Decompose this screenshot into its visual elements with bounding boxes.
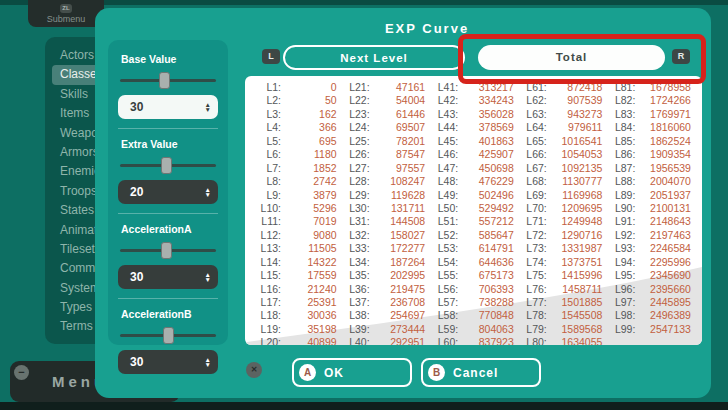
level-value: 2004070 — [635, 175, 694, 188]
tab-next-level[interactable]: Next Level — [283, 45, 465, 70]
accelerationb-value: 30 — [130, 355, 205, 369]
spinner-arrows-icon[interactable]: ▲▼ — [205, 187, 211, 198]
level-label: L80: — [517, 336, 547, 345]
level-label: L5: — [251, 135, 281, 148]
level-value: 1909354 — [635, 148, 694, 161]
slider-handle[interactable] — [161, 242, 172, 259]
level-value: 1130777 — [547, 175, 606, 188]
level-label: L59: — [428, 323, 458, 336]
level-label: L82: — [605, 94, 635, 107]
slider-handle[interactable] — [163, 327, 174, 344]
level-label: L56: — [428, 283, 458, 296]
level-label: L77: — [517, 296, 547, 309]
level-value: 334243 — [458, 94, 517, 107]
level-value: 292951 — [370, 336, 429, 345]
extra-value-value: 20 — [130, 185, 205, 199]
spinner-arrows-icon[interactable]: ▲▼ — [205, 357, 211, 368]
level-label: L54: — [428, 256, 458, 269]
accelerationb-slider[interactable] — [120, 328, 216, 343]
level-value: 1054053 — [547, 148, 606, 161]
x-button[interactable]: ✕ — [246, 362, 262, 378]
level-label: L50: — [428, 202, 458, 215]
level-value: 254697 — [370, 309, 429, 322]
level-label: L46: — [428, 148, 458, 161]
level-value: 872418 — [547, 81, 606, 94]
shoulder-r-button[interactable]: R — [672, 49, 690, 64]
level-label: L35: — [340, 269, 370, 282]
level-label: L25: — [340, 135, 370, 148]
level-value: 35198 — [281, 323, 340, 336]
top-strip — [0, 0, 728, 5]
level-value: 1016541 — [547, 135, 606, 148]
level-value: 356028 — [458, 108, 517, 121]
shoulder-l-button[interactable]: L — [262, 49, 280, 64]
accelerationa-spinner[interactable]: 30▲▼ — [118, 265, 218, 289]
level-value: 47161 — [370, 81, 429, 94]
level-label: L70: — [517, 202, 547, 215]
level-value: 1852 — [281, 162, 340, 175]
slider-handle[interactable] — [159, 72, 170, 89]
accelerationb-spinner[interactable]: 30▲▼ — [118, 350, 218, 374]
level-value: 119628 — [370, 189, 429, 202]
level-label: L10: — [251, 202, 281, 215]
level-value: 78201 — [370, 135, 429, 148]
level-value: 2345690 — [635, 269, 694, 282]
level-label: L1: — [251, 81, 281, 94]
dialog-title: EXP Curve — [143, 21, 711, 36]
level-label: L57: — [428, 296, 458, 309]
level-label: L42: — [428, 94, 458, 107]
exp-curve-dialog: EXP Curve L Next Level Total R Base Valu… — [95, 8, 711, 398]
level-label: L13: — [251, 242, 281, 255]
level-value: 2547133 — [635, 323, 694, 336]
level-value: 1290716 — [547, 229, 606, 242]
level-value: 1209695 — [547, 202, 606, 215]
level-label: L74: — [517, 256, 547, 269]
level-value: 378569 — [458, 121, 517, 134]
level-label: L95: — [605, 269, 635, 282]
slider-handle[interactable] — [161, 157, 172, 174]
level-value: 87547 — [370, 148, 429, 161]
level-label: L15: — [251, 269, 281, 282]
level-value: 1545508 — [547, 309, 606, 322]
ok-button[interactable]: A OK — [292, 358, 412, 387]
level-label: L29: — [340, 189, 370, 202]
extra-value-label: Extra Value — [121, 138, 218, 150]
submenu-button[interactable]: ZL Submenu — [28, 0, 104, 27]
level-value: 236708 — [370, 296, 429, 309]
level-label: L9: — [251, 189, 281, 202]
level-value: 2445895 — [635, 296, 694, 309]
spinner-arrows-icon[interactable]: ▲▼ — [205, 102, 211, 113]
tab-total[interactable]: Total — [478, 45, 665, 70]
level-label: L96: — [605, 283, 635, 296]
level-value: 476229 — [458, 175, 517, 188]
level-value: 11505 — [281, 242, 340, 255]
level-value: 0 — [281, 81, 340, 94]
accelerationa-slider[interactable] — [120, 243, 216, 258]
base-value-value: 30 — [130, 100, 205, 114]
level-label: L76: — [517, 283, 547, 296]
accelerationb-label: AccelerationB — [121, 308, 218, 320]
spinner-arrows-icon[interactable]: ▲▼ — [205, 272, 211, 283]
extra-value-spinner[interactable]: 20▲▼ — [118, 180, 218, 204]
level-label: L85: — [605, 135, 635, 148]
level-value: 61446 — [370, 108, 429, 121]
level-value: 2295996 — [635, 256, 694, 269]
base-value-slider[interactable] — [120, 73, 216, 88]
extra-value-slider[interactable] — [120, 158, 216, 173]
level-value: 675173 — [458, 269, 517, 282]
level-value: 529492 — [458, 202, 517, 215]
level-label: L69: — [517, 189, 547, 202]
level-value: 5296 — [281, 202, 340, 215]
level-label: L51: — [428, 215, 458, 228]
base-value-spinner[interactable]: 30▲▼ — [118, 95, 218, 119]
level-value: 162 — [281, 108, 340, 121]
level-label: L36: — [340, 283, 370, 296]
level-value: 1092135 — [547, 162, 606, 175]
level-value: 585647 — [458, 229, 517, 242]
cancel-button[interactable]: B Cancel — [421, 358, 541, 387]
level-value: 2100131 — [635, 202, 694, 215]
level-label: L37: — [340, 296, 370, 309]
level-value: 313217 — [458, 81, 517, 94]
level-label: L52: — [428, 229, 458, 242]
level-label: L47: — [428, 162, 458, 175]
